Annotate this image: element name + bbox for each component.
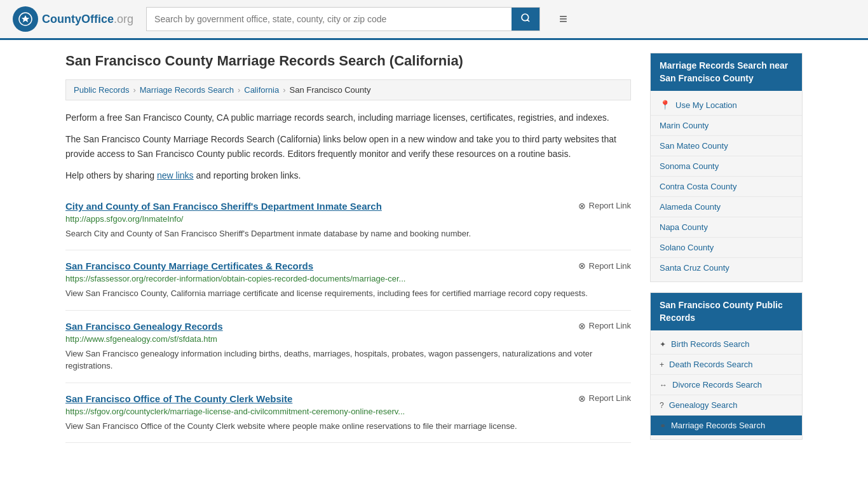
sidebar-county-4[interactable]: Alameda County (651, 197, 802, 217)
breadcrumb-public-records[interactable]: Public Records (74, 85, 129, 95)
breadcrumb-current: San Francisco County (290, 85, 371, 95)
search-input[interactable] (147, 8, 512, 30)
active-record-link[interactable]: ⚭ Marriage Records Search (651, 416, 802, 435)
county-link-5[interactable]: Napa County (651, 217, 802, 237)
county-link-7[interactable]: Santa Cruz County (651, 258, 802, 278)
report-icon: ⊗ (578, 321, 586, 331)
description-2: The San Francisco County Marriage Record… (65, 132, 631, 161)
sidebar-county-7[interactable]: Santa Cruz County (651, 258, 802, 278)
county-link-4[interactable]: Alameda County (651, 197, 802, 217)
record-label-0: Birth Records Search (671, 339, 750, 349)
public-records-list: ✦ Birth Records Search + Death Records S… (651, 330, 802, 439)
result-title-2[interactable]: San Francisco Genealogy Records (65, 321, 223, 332)
county-name-4: Alameda County (660, 202, 721, 212)
sidebar-record-2[interactable]: ↔ Divorce Records Search (651, 375, 802, 395)
record-label-4: Marriage Records Search (671, 421, 765, 430)
sidebar-record-0[interactable]: ✦ Birth Records Search (651, 334, 802, 355)
county-name-1: San Mateo County (660, 141, 728, 151)
record-icon-1: + (660, 360, 664, 369)
breadcrumb-california[interactable]: California (244, 85, 279, 95)
result-url-0[interactable]: http://apps.sfgov.org/InmateInfo/ (65, 214, 631, 224)
sidebar-use-location[interactable]: 📍 Use My Location (651, 95, 802, 116)
sidebar-record-3[interactable]: ? Genealogy Search (651, 395, 802, 416)
logo-icon (13, 6, 38, 32)
record-link-1[interactable]: + Death Records Search (651, 355, 802, 374)
record-icon-4: ⚭ (660, 421, 666, 430)
report-icon: ⊗ (578, 261, 586, 271)
new-links-link[interactable]: new links (157, 170, 194, 180)
main-container: San Francisco County Marriage Records Se… (53, 40, 815, 463)
result-url-2[interactable]: http://www.sfgenealogy.com/sf/sfdata.htm (65, 334, 631, 344)
result-desc-1: View San Francisco County, California ma… (65, 287, 631, 300)
use-my-location-link[interactable]: 📍 Use My Location (651, 95, 802, 115)
record-link-3[interactable]: ? Genealogy Search (651, 395, 802, 415)
site-header: CountyOffice.org ≡ (0, 0, 868, 40)
nearby-header: Marriage Records Search near San Francis… (651, 53, 802, 91)
sidebar-county-3[interactable]: Contra Costa County (651, 177, 802, 197)
result-header: City and County of San Francisco Sheriff… (65, 201, 631, 212)
public-records-section: San Francisco County Public Records ✦ Bi… (650, 292, 803, 440)
sidebar: Marriage Records Search near San Francis… (650, 53, 803, 450)
sidebar-county-6[interactable]: Solano County (651, 238, 802, 258)
search-bar (146, 7, 540, 31)
content-area: San Francisco County Marriage Records Se… (65, 53, 631, 450)
sidebar-county-1[interactable]: San Mateo County (651, 136, 802, 156)
result-desc-0: Search City and County of San Francisco … (65, 227, 631, 240)
county-link-2[interactable]: Sonoma County (651, 156, 802, 176)
county-link-0[interactable]: Marin County (651, 116, 802, 135)
report-link-btn-2[interactable]: ⊗ Report Link (578, 321, 631, 331)
report-icon: ⊗ (578, 201, 586, 211)
menu-button[interactable]: ≡ (559, 11, 567, 27)
county-link-6[interactable]: Solano County (651, 238, 802, 257)
report-link-btn-1[interactable]: ⊗ Report Link (578, 261, 631, 271)
breadcrumb-marriage-records[interactable]: Marriage Records Search (140, 85, 234, 95)
record-icon-2: ↔ (660, 381, 667, 390)
result-item: City and County of San Francisco Sheriff… (65, 191, 631, 251)
record-label-2: Divorce Records Search (672, 380, 762, 390)
result-title-3[interactable]: San Francisco Office of The County Clerk… (65, 393, 292, 404)
description-3: Help others by sharing new links and rep… (65, 168, 631, 182)
county-name-6: Solano County (660, 243, 714, 252)
result-title-0[interactable]: City and County of San Francisco Sheriff… (65, 201, 382, 212)
search-button[interactable] (512, 8, 539, 30)
sidebar-county-5[interactable]: Napa County (651, 217, 802, 238)
result-title-1[interactable]: San Francisco County Marriage Certificat… (65, 261, 313, 271)
report-link-btn-0[interactable]: ⊗ Report Link (578, 201, 631, 211)
record-link-0[interactable]: ✦ Birth Records Search (651, 334, 802, 354)
result-item: San Francisco County Marriage Certificat… (65, 250, 631, 311)
result-item: San Francisco Office of The County Clerk… (65, 383, 631, 444)
result-url-3[interactable]: https://sfgov.org/countyclerk/marriage-l… (65, 407, 631, 416)
record-icon-0: ✦ (660, 340, 666, 349)
county-link-3[interactable]: Contra Costa County (651, 177, 802, 196)
result-header: San Francisco Genealogy Records ⊗ Report… (65, 321, 631, 332)
nearby-section: Marriage Records Search near San Francis… (650, 53, 803, 282)
record-icon-3: ? (660, 401, 664, 410)
record-label-1: Death Records Search (669, 360, 753, 369)
result-item: San Francisco Genealogy Records ⊗ Report… (65, 311, 631, 383)
county-name-3: Contra Costa County (660, 182, 736, 191)
breadcrumb: Public Records › Marriage Records Search… (65, 79, 631, 100)
result-url-1[interactable]: https://sfassessor.org/recorder-informat… (65, 274, 631, 283)
results-list: City and County of San Francisco Sheriff… (65, 191, 631, 444)
sidebar-county-2[interactable]: Sonoma County (651, 156, 802, 177)
result-header: San Francisco Office of The County Clerk… (65, 393, 631, 404)
location-icon: 📍 (660, 100, 670, 110)
use-my-location-label: Use My Location (675, 100, 737, 110)
sidebar-record-1[interactable]: + Death Records Search (651, 355, 802, 375)
county-name-7: Santa Cruz County (660, 263, 729, 273)
county-link-1[interactable]: San Mateo County (651, 136, 802, 156)
site-logo[interactable]: CountyOffice.org (13, 6, 133, 32)
county-name-0: Marin County (660, 121, 709, 130)
logo-text: CountyOffice.org (42, 13, 133, 26)
county-name-2: Sonoma County (660, 161, 719, 171)
report-icon: ⊗ (578, 393, 586, 403)
result-header: San Francisco County Marriage Certificat… (65, 261, 631, 271)
sidebar-record-4[interactable]: ⚭ Marriage Records Search (651, 416, 802, 435)
public-records-header: San Francisco County Public Records (651, 293, 802, 330)
report-link-btn-3[interactable]: ⊗ Report Link (578, 393, 631, 403)
nearby-list: 📍 Use My Location Marin County San Mateo… (651, 91, 802, 281)
sidebar-county-0[interactable]: Marin County (651, 116, 802, 136)
county-name-5: Napa County (660, 222, 708, 232)
record-link-2[interactable]: ↔ Divorce Records Search (651, 375, 802, 395)
result-desc-2: View San Francisco genealogy information… (65, 348, 631, 372)
